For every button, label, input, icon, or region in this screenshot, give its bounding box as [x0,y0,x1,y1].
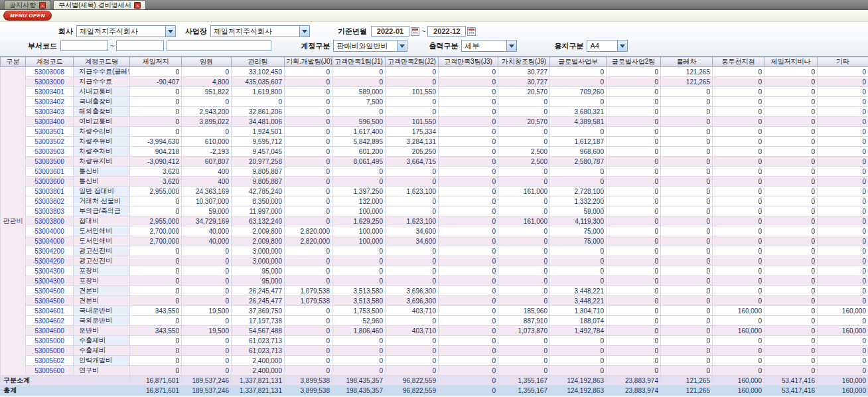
table-row[interactable]: 53003403해외출장비02,943,20032,861,206000003,… [1,107,868,117]
column-header[interactable]: 계정코드 [26,57,74,67]
amount-cell: 3,620 [130,167,182,177]
amount-cell: 0 [818,67,868,77]
table-row[interactable]: 53004000도서인쇄비2,700,00040,0002,009,8002,8… [1,236,868,246]
close-icon[interactable]: × [39,2,46,9]
site-select[interactable]: 제일저지주식회사 [210,25,310,37]
calendar-icon[interactable] [467,27,476,36]
menu-open-button[interactable]: MENU OPEN [3,11,52,21]
table-row[interactable]: 53005600연구비002,400,00000000000000 [1,366,868,376]
column-header[interactable]: 고객만족2팀(J2) [386,57,439,67]
table-row[interactable]: 53005000수출제비0061,023,71300000000000 [1,346,868,356]
table-row[interactable]: 53004601국내운반비343,55019,50037,369,75001,7… [1,306,868,316]
table-row[interactable]: 53003503차량주차비904,218-2,1939,457,0450601,… [1,147,868,157]
amount-cell: 0 [764,246,818,256]
close-icon[interactable]: × [134,2,141,9]
output-type-select[interactable]: 세부 [461,40,517,52]
amount-cell: 3,513,580 [332,296,386,306]
amount-cell: 40,000 [182,226,232,236]
account-name-cell: 통신비 [74,167,130,177]
amount-cell: 0 [439,336,498,346]
table-row[interactable]: 53004200광고선전비003,000,00000000000000 [1,256,868,266]
column-header[interactable]: 계정코드명 [74,57,130,67]
table-row[interactable]: 판관비53003008지급수수료(클레임)0033,102,450000030,… [1,67,868,77]
period-from-input[interactable]: 2022-01 [371,26,409,37]
account-code-cell: 53003600 [26,177,74,187]
amount-cell: 0 [130,197,182,206]
amount-cell: 121,265 [661,386,713,396]
period-to-input[interactable]: 2022-12 [427,26,466,37]
account-type-select[interactable]: 판매비와일반비 [333,40,407,52]
dept-code-from-input[interactable] [60,40,108,51]
calendar-icon[interactable] [411,27,419,36]
amount-cell: 0 [498,286,550,296]
column-header[interactable]: 글로벌사업2팀 [607,57,661,67]
amount-cell: 2,820,000 [285,226,332,236]
column-header[interactable]: 구분 [1,57,26,67]
chevron-down-icon [299,26,309,37]
amount-cell: 0 [386,177,439,187]
amount-cell: 2,943,200 [182,107,232,117]
column-header[interactable]: 고객만족3팀(J3) [439,57,498,67]
table-row[interactable]: 53003502차량주유비-3,994,630610,0009,595,7120… [1,137,868,147]
amount-cell: 0 [285,366,332,376]
column-header[interactable]: 임원 [182,57,232,67]
table-row[interactable]: 53003400여비교통비03,895,02234,481,0060596,50… [1,117,868,127]
table-row[interactable]: 53004300포장비0095,00000000000000 [1,266,868,276]
table-row[interactable]: 53004000도서인쇄비2,700,00040,0002,009,8002,8… [1,226,868,236]
amount-cell: 0 [130,87,182,97]
amount-cell: 0 [498,266,550,276]
amount-cell: 2,500 [498,157,550,167]
amount-cell: 0 [498,246,550,256]
dept-code-to-input[interactable] [116,40,164,51]
paper-select[interactable]: A4 [587,40,628,52]
amount-cell: 0 [607,97,661,107]
amount-cell: 32,861,206 [232,107,285,117]
column-header[interactable]: 제일저지비나 [764,57,818,67]
account-name-cell: 포장비 [74,276,130,286]
column-header[interactable]: 제일저지 [130,57,182,67]
table-row[interactable]: 53004500견본비0026,245,4771,079,5383,513,58… [1,286,868,296]
tab-notice[interactable]: 공지사항 × [4,0,51,9]
amount-cell: 0 [182,246,232,256]
column-header[interactable]: 기타 [818,57,868,67]
table-row[interactable]: 53004500견본비0026,245,4771,079,5383,513,58… [1,296,868,306]
column-header[interactable]: 기획.개발팀(J0) [285,57,332,67]
table-row[interactable]: 53003801일반 접대비2,955,00024,363,16942,785,… [1,187,868,197]
amount-cell: 101,550 [386,117,439,127]
table-row[interactable]: 53003802거래처 선물비010,307,0008,350,0000132,… [1,197,868,206]
dept-name-input[interactable] [167,40,271,51]
table-row[interactable]: 53003501차량수리비001,924,50101,617,400175,33… [1,127,868,137]
table-row[interactable]: 53005602인력개발비002,400,00000000000000 [1,356,868,366]
amount-cell: 0 [607,157,661,167]
amount-cell: 0 [550,77,607,87]
amount-cell: 3,899,538 [285,376,332,386]
column-header[interactable]: 동두천지점 [713,57,764,67]
table-row[interactable]: 53003803부의금/축의금059,00011,997,0000100,000… [1,206,868,216]
column-header[interactable]: 글로벌사업부 [550,57,607,67]
subtotal-label-cell: 구분소계 [1,376,130,386]
amount-cell: 0 [818,226,868,236]
column-header[interactable]: 고객만족1팀(J1) [332,57,386,67]
amount-cell: 0 [439,276,498,286]
amount-cell: 0 [498,127,550,137]
table-row[interactable]: 53003500차량유지비-3,090,412607,80720,977,258… [1,157,868,167]
amount-cell: 3,448,221 [550,296,607,306]
table-row[interactable]: 53003601통신비3,6204009,805,88700000000000 [1,167,868,177]
table-row[interactable]: 53004200광고선전비003,000,00000000000000 [1,246,868,256]
table-row[interactable]: 53003401시내교통비0951,8221,619,8000589,00010… [1,87,868,97]
column-header[interactable]: 가치창조팀(J9) [498,57,550,67]
table-row[interactable]: 53003800접대비2,955,00034,729,16963,132,240… [1,216,868,226]
tab-expense-report[interactable]: 부서별(세목) 경비명세서 × [53,0,146,9]
table-row[interactable]: 53003600통신비3,6204009,805,88700000000000 [1,177,868,187]
column-header[interactable]: 관리팀 [232,57,285,67]
table-row[interactable]: 53004600운반비343,55019,50054,567,48801,806… [1,326,868,336]
column-header[interactable]: 플레차 [661,57,713,67]
table-row[interactable]: 53003000지급수수료-90,4074,800435,035,6070000… [1,77,868,87]
table-row[interactable]: 53004602국외운반비0017,197,738052,96000887,91… [1,316,868,326]
company-select[interactable]: 제일저지주식회사 [76,25,176,37]
amount-cell: 0 [285,67,332,77]
account-code-cell: 53003501 [26,127,74,137]
table-row[interactable]: 53005000수출제비0061,023,71300000000000 [1,336,868,346]
table-row[interactable]: 53004300포장비0095,00000000000000 [1,276,868,286]
table-row[interactable]: 53003402국내출장비00007,500000000000 [1,97,868,107]
